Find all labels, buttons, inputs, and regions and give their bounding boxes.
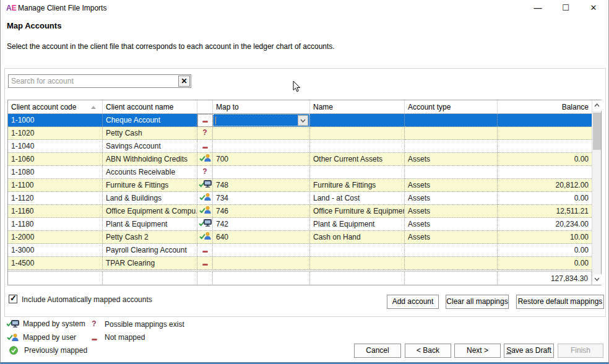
map-to-cell[interactable]	[213, 127, 310, 140]
finish-button: Finish	[558, 344, 603, 358]
client-account-name-cell[interactable]: Petty Cash	[103, 127, 197, 140]
column-header-status[interactable]	[197, 100, 213, 113]
balance-cell: 20,234.00	[498, 218, 592, 231]
table-row[interactable]: 1-3000 Payroll Clearing Account 0.00	[8, 244, 592, 257]
client-account-code-cell[interactable]: 1-1040	[8, 140, 103, 153]
client-account-code-cell[interactable]: 1-1120	[8, 192, 103, 205]
column-header-account-type[interactable]: Account type	[405, 100, 498, 113]
client-account-name-cell[interactable]: TPAR Clearing	[103, 257, 197, 270]
map-to-cell[interactable]	[213, 257, 310, 270]
balance-cell: 0.00	[498, 244, 592, 257]
table-row[interactable]: 1-1160 Office Equipment & Compu.. 746 Of…	[8, 205, 592, 218]
client-account-code-cell[interactable]: 1-1020	[8, 127, 103, 140]
scrollbar-thumb[interactable]	[593, 113, 601, 150]
client-account-code-cell[interactable]: 1-4500	[8, 257, 103, 270]
map-to-combobox[interactable]	[213, 114, 309, 126]
table-row[interactable]: 1-1180 Plant & Equipment 742 Plant & Equ…	[8, 218, 592, 231]
table-row[interactable]: 1-2000 Petty Cash 2 640 Cash on Hand Ass…	[8, 231, 592, 244]
client-account-name-cell[interactable]: Payroll Clearing Account	[103, 244, 197, 257]
mapped-by-user-icon	[6, 334, 19, 341]
search-input[interactable]	[9, 75, 177, 87]
table-row[interactable]: 1-1020 Petty Cash ?	[8, 127, 592, 140]
client-account-code-cell[interactable]: 1-3000	[8, 244, 103, 257]
map-to-cell[interactable]: 742	[213, 218, 310, 231]
table-row[interactable]: 1-1040 Savings Account	[8, 140, 592, 153]
save-as-draft-button[interactable]: Save as Draft	[504, 344, 554, 358]
table-row[interactable]: 1-4500 TPAR Clearing 0.00	[8, 257, 592, 270]
client-account-code-cell[interactable]: 1-1060	[8, 153, 103, 166]
table-row[interactable]: 1-1080 Accounts Receivable ?	[8, 166, 592, 179]
map-to-cell[interactable]: 748	[213, 179, 310, 192]
include-auto-mapped-checkbox[interactable]: ✓	[9, 295, 17, 303]
client-account-name-cell[interactable]: Petty Cash 2	[103, 231, 197, 244]
client-account-name-cell[interactable]: Accounts Receivable	[103, 166, 197, 179]
table-row[interactable]: 1-1120 Land & Buildings 734 Land - at Co…	[8, 192, 592, 205]
client-account-code-cell[interactable]: 1-1080	[8, 166, 103, 179]
map-to-cell[interactable]: 746	[213, 205, 310, 218]
table-row[interactable]: 1-1100 Furniture & Fittings 748 Furnitur…	[8, 179, 592, 192]
map-to-cell[interactable]: 700	[213, 153, 310, 166]
mapping-status-icon: ?	[197, 166, 213, 179]
column-header-name[interactable]: Name	[310, 100, 405, 113]
ledger-name-cell	[310, 166, 405, 179]
cancel-button[interactable]: Cancel	[354, 344, 401, 358]
ae-logo-icon: AE	[6, 4, 17, 12]
client-account-code-cell[interactable]: 1-1180	[8, 218, 103, 231]
ledger-name-cell	[310, 244, 405, 257]
table-row[interactable]: 1-1060 ABN Withholding Credits 700 Other…	[8, 153, 592, 166]
map-to-cell[interactable]	[213, 140, 310, 153]
balance-cell: 12,511.21	[498, 205, 592, 218]
ledger-name-cell: Furniture & Fittings	[310, 179, 405, 192]
map-to-dropdown-button[interactable]	[298, 115, 308, 126]
add-account-button[interactable]: Add account	[387, 295, 439, 309]
account-type-cell	[405, 166, 498, 179]
scroll-up-icon[interactable]	[592, 100, 602, 111]
client-account-code-cell[interactable]: 1-1100	[8, 179, 103, 192]
previously-mapped-icon	[7, 346, 20, 355]
balance-cell: 20,812.00	[498, 179, 592, 192]
vertical-scrollbar[interactable]	[592, 100, 601, 285]
minimize-button[interactable]: —	[529, 1, 546, 15]
title-bar: AE Manage Client File Imports — ☐ ✕	[1, 0, 608, 16]
close-button[interactable]: ✕	[585, 1, 602, 15]
page-description: Select the account in the client file th…	[7, 42, 335, 51]
clear-all-mappings-button[interactable]: Clear all mappings	[446, 295, 509, 309]
client-account-name-cell[interactable]: ABN Withholding Credits	[103, 153, 197, 166]
scroll-down-icon[interactable]	[592, 274, 602, 285]
map-to-cell[interactable]	[213, 114, 310, 127]
client-account-name-cell[interactable]: Land & Buildings	[103, 192, 197, 205]
map-to-cell[interactable]: 640	[213, 231, 310, 244]
column-header-client-account-code[interactable]: Client account code	[8, 100, 103, 113]
client-account-code-cell[interactable]: 1-1000	[8, 114, 103, 127]
column-header-map-to[interactable]: Map to	[213, 100, 310, 113]
map-to-cell[interactable]	[213, 244, 310, 257]
account-type-cell: Assets	[405, 192, 498, 205]
legend-label-mapped-by-system: Mapped by system	[23, 319, 85, 328]
client-account-name-cell[interactable]: Savings Account	[103, 140, 197, 153]
client-account-code-cell[interactable]: 1-1160	[8, 205, 103, 218]
client-account-name-cell[interactable]: Plant & Equipment	[103, 218, 197, 231]
map-to-cell[interactable]: 734	[213, 192, 310, 205]
possible-mappings-icon: ?	[87, 319, 101, 329]
column-header-client-account-name[interactable]: Client account name	[103, 100, 197, 113]
client-account-name-cell[interactable]: Furniture & Fittings	[103, 179, 197, 192]
mapping-status-icon	[197, 140, 213, 153]
balance-cell: 0.00	[498, 257, 592, 270]
client-account-name-cell[interactable]: Office Equipment & Compu..	[103, 205, 197, 218]
mapping-status-icon	[197, 114, 213, 127]
mapping-status-icon	[197, 153, 213, 166]
mapping-status-icon	[197, 257, 213, 270]
account-type-cell	[405, 114, 498, 127]
maximize-button[interactable]: ☐	[557, 1, 574, 15]
back-button[interactable]: < Back	[405, 344, 451, 358]
search-clear-icon[interactable]: ✕	[178, 76, 190, 87]
column-header-balance[interactable]: Balance	[498, 100, 592, 113]
restore-default-mappings-button[interactable]: Restore default mappings	[516, 295, 604, 309]
next-button[interactable]: Next >	[454, 344, 501, 358]
map-to-cell[interactable]	[213, 166, 310, 179]
mapping-status-icon	[197, 179, 213, 192]
client-account-code-cell[interactable]: 1-2000	[8, 231, 103, 244]
account-type-cell	[405, 140, 498, 153]
client-account-name-cell[interactable]: Cheque Account	[103, 114, 197, 127]
table-row[interactable]: 1-1000 Cheque Account	[8, 114, 592, 127]
